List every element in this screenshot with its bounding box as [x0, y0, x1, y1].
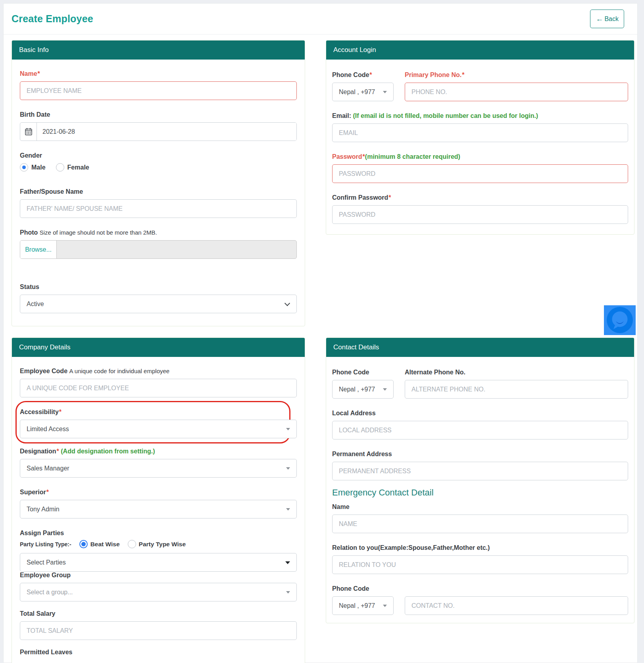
- back-button[interactable]: ← Back: [590, 10, 624, 28]
- back-arrow-icon: ←: [596, 15, 603, 23]
- superior-field: Superior* Tony Admin: [20, 489, 297, 518]
- status-field: Status Active: [20, 283, 297, 313]
- employee-code-label: Employee Code A unique code for individu…: [20, 368, 297, 375]
- caret-down-icon: [383, 388, 387, 391]
- confirm-password-field: Confirm Password*: [332, 194, 628, 224]
- caret-down-icon: [286, 467, 290, 470]
- employee-group-field: Employee Group Select a group...: [20, 572, 297, 601]
- basic-info-header: Basic Info: [12, 40, 305, 60]
- employee-code-field: Employee Code A unique code for individu…: [20, 368, 297, 397]
- accessibility-select[interactable]: Limited Access: [20, 420, 297, 438]
- gender-female-label: Female: [67, 164, 89, 171]
- party-listing-option-party-type-wise[interactable]: Party Type Wise: [128, 540, 186, 548]
- gender-male-label: Male: [31, 164, 46, 171]
- relation-input[interactable]: [332, 555, 628, 574]
- accessibility-value: Limited Access: [27, 426, 69, 433]
- radio-unselected-icon[interactable]: [56, 163, 64, 172]
- status-label: Status: [20, 283, 297, 291]
- calendar-icon: [20, 123, 37, 141]
- emergency-phone-code-value: Nepal , +977: [339, 602, 375, 609]
- select-parties-dropdown[interactable]: Select Parties: [20, 553, 297, 572]
- primary-phone-field: Primary Phone No.*: [405, 71, 628, 101]
- radio-selected-icon[interactable]: [20, 163, 28, 172]
- required-asterisk: *: [388, 194, 391, 201]
- browse-button[interactable]: Browse...: [20, 241, 57, 258]
- employee-code-input[interactable]: [20, 379, 297, 397]
- chevron-down-icon: [285, 300, 290, 306]
- radio-unselected-icon[interactable]: [128, 540, 136, 548]
- emergency-name-field: Name: [332, 503, 628, 533]
- assign-parties-field: Assign Parties Party Listing Type:- Beat…: [20, 530, 297, 572]
- assign-parties-label: Assign Parties: [20, 530, 297, 537]
- designation-select[interactable]: Sales Manager: [20, 459, 297, 478]
- primary-phone-input[interactable]: [405, 83, 628, 101]
- superior-select[interactable]: Tony Admin: [20, 500, 297, 518]
- permanent-address-field: Permanent Address: [332, 451, 628, 480]
- status-select[interactable]: Active: [20, 295, 297, 313]
- email-input[interactable]: [332, 123, 628, 142]
- alternate-phone-input[interactable]: [405, 380, 628, 399]
- father-spouse-field: Father/Spouse Name: [20, 188, 297, 218]
- gender-option-female[interactable]: Female: [56, 163, 89, 172]
- emergency-phone-code-select[interactable]: Nepal , +977: [332, 596, 394, 615]
- chat-widget-button[interactable]: [604, 305, 636, 335]
- accessibility-label: Accessibility*: [20, 409, 297, 416]
- confirm-password-input[interactable]: [332, 205, 628, 224]
- phone-code-field: Phone Code* Nepal , +977: [332, 71, 394, 101]
- phone-code-select[interactable]: Nepal , +977: [332, 83, 394, 101]
- company-details-card: Company Details Employee Code A unique c…: [12, 337, 305, 663]
- contact-phone-code-select[interactable]: Nepal , +977: [332, 380, 394, 399]
- form-row-2: Company Details Employee Code A unique c…: [12, 337, 637, 663]
- total-salary-label: Total Salary: [20, 610, 297, 617]
- emergency-phone-code-field: Phone Code Nepal , +977: [332, 585, 394, 615]
- required-asterisk: *: [57, 448, 59, 455]
- alternate-phone-label: Alternate Phone No.: [405, 369, 628, 376]
- form-content: Basic Info Name* Birth Date: [4, 35, 637, 663]
- email-hint: (If email id is not filled, mobile numbe…: [353, 112, 538, 119]
- local-address-input[interactable]: [332, 421, 628, 439]
- gender-field: Gender Male Female: [20, 152, 297, 172]
- emergency-phone-row: Phone Code Nepal , +977: [332, 585, 628, 615]
- employee-code-hint: A unique code for individual employee: [69, 368, 169, 374]
- required-asterisk: *: [46, 489, 49, 495]
- birth-date-input[interactable]: [37, 123, 296, 141]
- confirm-password-label: Confirm Password*: [332, 194, 628, 201]
- party-listing-option-beat-wise[interactable]: Beat Wise: [79, 540, 120, 548]
- permanent-address-input[interactable]: [332, 462, 628, 480]
- designation-value: Sales Manager: [27, 465, 69, 472]
- birth-date-group: [20, 122, 297, 141]
- emergency-contact-no-input[interactable]: [405, 596, 628, 615]
- caret-down-icon: [286, 591, 290, 594]
- password-input[interactable]: [332, 164, 628, 183]
- emergency-contact-heading: Emergency Contact Detail: [332, 488, 628, 498]
- permanent-address-label: Permanent Address: [332, 451, 628, 458]
- form-row-1: Basic Info Name* Birth Date: [12, 40, 637, 326]
- party-listing-type-group: Party Listing Type:- Beat Wise Party Typ…: [20, 540, 297, 548]
- contact-details-header: Contact Details: [326, 338, 634, 357]
- password-field: Password*(minimum 8 character required): [332, 153, 628, 183]
- father-spouse-input[interactable]: [20, 199, 297, 218]
- contact-details-card: Contact Details Phone Code Nepal , +977 …: [326, 337, 634, 623]
- emergency-phone-code-label: Phone Code: [332, 585, 394, 592]
- gender-option-male[interactable]: Male: [20, 163, 46, 172]
- required-asterisk: *: [462, 71, 464, 78]
- party-listing-type-label: Party Listing Type:-: [20, 541, 71, 547]
- name-label: Name*: [20, 70, 297, 77]
- photo-file-input[interactable]: Browse...: [20, 240, 297, 259]
- emergency-name-input[interactable]: [332, 515, 628, 533]
- primary-phone-label: Primary Phone No.*: [405, 71, 628, 79]
- total-salary-input[interactable]: [20, 621, 297, 640]
- local-address-field: Local Address: [332, 410, 628, 439]
- photo-hint: Size of image should not be more than 2M…: [40, 229, 157, 236]
- designation-field: Designation* (Add designation from setti…: [20, 448, 297, 478]
- employee-name-input[interactable]: [20, 81, 297, 100]
- account-login-header: Account Login: [326, 40, 634, 60]
- radio-selected-icon[interactable]: [79, 540, 88, 548]
- employee-group-select[interactable]: Select a group...: [20, 583, 297, 601]
- basic-info-card: Basic Info Name* Birth Date: [12, 40, 305, 326]
- caret-down-icon: [285, 561, 290, 564]
- superior-label: Superior*: [20, 489, 297, 496]
- page-header: Create Employee ← Back: [4, 4, 637, 35]
- back-button-label: Back: [604, 15, 619, 23]
- birth-date-field: Birth Date: [20, 111, 297, 141]
